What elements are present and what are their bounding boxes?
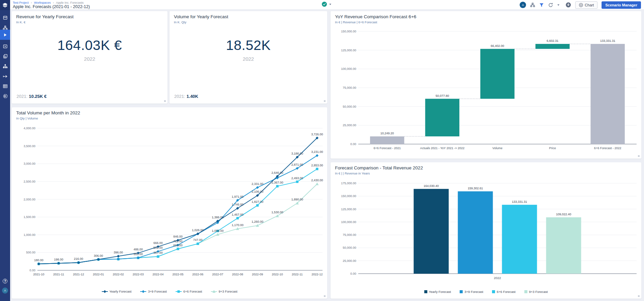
svg-text:100,000.00: 100,000.00 — [341, 67, 356, 71]
chart-subtitle: In € | Revenue | 6+6 Forecast — [335, 20, 377, 24]
svg-text:66,402.00: 66,402.00 — [491, 44, 504, 48]
svg-text:164,030.40: 164,030.40 — [424, 184, 439, 188]
legend-item[interactable]: 9+3 Forecast — [524, 290, 548, 294]
legend-item[interactable]: Yearly Forecast — [102, 290, 132, 293]
chevron-down-icon — [329, 4, 331, 5]
resize-handle[interactable] — [638, 155, 640, 157]
tables-icon[interactable] — [0, 81, 10, 91]
add-chart-button[interactable]: Chart — [575, 1, 597, 9]
svg-text:150,000.00: 150,000.00 — [341, 194, 356, 198]
org-structure-icon[interactable] — [0, 61, 10, 71]
svg-text:1,890.00: 1,890.00 — [291, 198, 303, 201]
simulations-icon[interactable] — [0, 30, 10, 40]
svg-text:1,971.00: 1,971.00 — [232, 195, 243, 198]
svg-text:75,000.00: 75,000.00 — [343, 86, 356, 89]
svg-text:2022-08: 2022-08 — [232, 273, 243, 276]
svg-text:25,000.00: 25,000.00 — [343, 259, 356, 263]
models-icon[interactable] — [0, 12, 10, 23]
resize-handle[interactable] — [324, 100, 326, 102]
kpi-previous-year: 2021:10.25K € — [17, 94, 47, 99]
status-check-icon — [322, 2, 327, 7]
svg-text:711.00: 711.00 — [174, 240, 183, 243]
svg-text:666.00: 666.00 — [153, 241, 163, 245]
chevron-right-icon: › — [31, 1, 32, 4]
resize-handle[interactable] — [164, 100, 166, 102]
legend-item[interactable]: 3+9 Forecast — [140, 290, 167, 293]
breadcrumb-link-project[interactable]: Test Project — [13, 1, 29, 4]
svg-text:6,602.31: 6,602.31 — [547, 39, 558, 43]
chart-subtitle: In Qty | Volume — [16, 116, 38, 120]
reports-icon[interactable] — [0, 51, 10, 61]
transfer-icon[interactable] — [0, 71, 10, 81]
legend-item[interactable]: 3+9 Forecast — [460, 290, 483, 294]
legend-item[interactable]: 6+6 Forecast — [492, 290, 516, 294]
svg-text:0.00: 0.00 — [350, 142, 356, 146]
svg-text:1,008.00: 1,008.00 — [212, 229, 223, 232]
svg-text:3,000.00: 3,000.00 — [24, 162, 35, 165]
header-avatar[interactable]: A — [520, 2, 526, 8]
svg-text:2,493.00: 2,493.00 — [291, 176, 303, 180]
kpi-unit: In K. € — [16, 20, 25, 24]
legend-item[interactable]: Yearly Forecast — [424, 290, 451, 294]
hierarchy-view-icon[interactable] — [530, 2, 535, 7]
svg-text:2022-09: 2022-09 — [252, 273, 263, 276]
legend-item[interactable]: 6+6 Forecast — [176, 290, 202, 293]
filter-icon[interactable] — [539, 3, 544, 7]
settings-gear-icon[interactable] — [0, 91, 10, 101]
svg-text:3,186.00: 3,186.00 — [291, 152, 303, 155]
breadcrumb-link-workspaces[interactable]: Workspaces — [34, 1, 51, 4]
svg-text:2022-04: 2022-04 — [152, 273, 163, 276]
svg-text:1,026.00: 1,026.00 — [192, 228, 204, 232]
svg-text:133,331.31: 133,331.31 — [600, 39, 615, 43]
svg-text:2,106.00: 2,106.00 — [251, 190, 263, 193]
help-icon[interactable]: ? — [0, 276, 10, 286]
svg-text:3,231.00: 3,231.00 — [311, 150, 323, 154]
plus-circle-icon — [579, 3, 583, 7]
user-avatar[interactable]: A — [0, 285, 10, 296]
svg-text:6+6 Forecast - 2021: 6+6 Forecast - 2021 — [373, 146, 401, 150]
svg-text:387.00: 387.00 — [153, 251, 163, 254]
refresh-icon[interactable] — [548, 2, 553, 8]
svg-text:50,000.00: 50,000.00 — [343, 246, 356, 249]
chart-title: YoY Revenue Comparison Forecast 6+6 — [335, 14, 416, 19]
resize-handle[interactable] — [324, 295, 326, 297]
chart-legend: Yearly Forecast3+9 Forecast6+6 Forecast9… — [331, 290, 641, 294]
app-logo-icon[interactable] — [0, 0, 10, 10]
kpi-value: 164.03K € — [12, 37, 167, 53]
kpi-unit: In K. Qty — [174, 20, 186, 24]
svg-text:25,000.00: 25,000.00 — [343, 124, 356, 127]
resize-handle[interactable] — [638, 295, 640, 297]
presentations-icon[interactable] — [0, 41, 10, 51]
svg-text:Actuals 2021 - YoY 2021 -> 202: Actuals 2021 - YoY 2021 -> 2022 — [420, 146, 465, 150]
refresh-options-caret[interactable] — [557, 4, 559, 6]
download-icon[interactable] — [565, 2, 571, 8]
svg-text:1,467.00: 1,467.00 — [232, 213, 243, 216]
kpi-value: 18.52K — [170, 37, 327, 53]
svg-text:2022-10: 2022-10 — [272, 273, 283, 276]
svg-text:133,331.31: 133,331.31 — [512, 200, 527, 203]
scenario-status-button[interactable] — [322, 2, 331, 7]
svg-text:2022-05: 2022-05 — [172, 273, 183, 276]
chart-title: Total Volume per Month in 2022 — [16, 110, 80, 115]
svg-text:75,000.00: 75,000.00 — [343, 233, 356, 237]
svg-text:2021-11: 2021-11 — [53, 273, 64, 276]
forecast-bar-chart: 0.0025,000.0050,000.0075,000.00100,000.0… — [333, 178, 639, 285]
svg-text:109,022.40: 109,022.40 — [556, 213, 571, 216]
svg-text:846.00: 846.00 — [173, 235, 183, 238]
svg-text:2022-06: 2022-06 — [192, 273, 203, 276]
svg-text:1,386.00: 1,386.00 — [212, 216, 223, 219]
svg-text:2022: 2022 — [494, 276, 501, 280]
kpi-title: Volume for Yearly Forecast — [174, 14, 228, 19]
svg-text:100,000.00: 100,000.00 — [341, 220, 356, 224]
chart-subtitle: In € | | Revenue in Years — [335, 171, 370, 175]
svg-text:2022-01: 2022-01 — [93, 273, 104, 276]
svg-text:1,746.00: 1,746.00 — [232, 203, 243, 206]
breadcrumb-current: Apple Inc. Forecasts — [56, 1, 84, 4]
legend-item[interactable]: 9+3 Forecast — [211, 290, 238, 293]
svg-text:1,530.00: 1,530.00 — [271, 211, 283, 214]
kpi-year: 2022 — [12, 56, 167, 62]
svg-text:1,500.00: 1,500.00 — [24, 215, 35, 219]
scenario-manager-button[interactable]: Scenario Manager — [602, 1, 641, 9]
svg-text:2,331.00: 2,331.00 — [251, 182, 263, 186]
svg-text:198.00: 198.00 — [54, 258, 63, 261]
